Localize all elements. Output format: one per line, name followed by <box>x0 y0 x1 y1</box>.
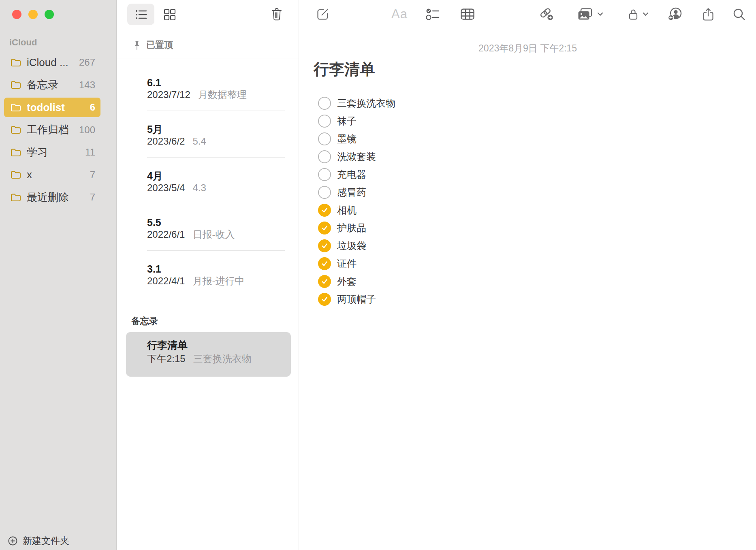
note-title: 行李清单 <box>314 59 375 80</box>
list-view-button[interactable] <box>127 4 154 25</box>
sidebar-folder-item[interactable]: 工作归档 100 <box>4 120 100 140</box>
note-list-item[interactable]: 行李清单 下午2:15三套换洗衣物 <box>126 332 291 377</box>
checkbox-circle[interactable] <box>318 97 331 110</box>
trash-icon <box>271 8 282 21</box>
checkbox-circle[interactable] <box>318 186 331 199</box>
note-item-title: 6.1 <box>147 77 285 89</box>
folder-icon <box>11 171 21 179</box>
note-list-item[interactable]: 4月 2023/5/44.3 <box>117 158 299 204</box>
compose-icon <box>316 8 329 21</box>
folder-label: iCloud ... <box>27 56 75 69</box>
folder-label: todolist <box>27 101 86 114</box>
collaborate-button[interactable] <box>666 4 684 24</box>
check-icon <box>320 259 329 268</box>
folder-count: 267 <box>79 57 95 68</box>
check-icon <box>320 224 329 232</box>
share-icon <box>702 7 714 21</box>
checkbox-circle[interactable] <box>318 168 331 181</box>
delete-note-button[interactable] <box>267 4 286 24</box>
folder-count: 7 <box>90 192 95 203</box>
checklist-item-label: 墨镜 <box>337 132 357 145</box>
note-item-title: 5.5 <box>147 216 285 228</box>
search-button[interactable] <box>730 4 748 24</box>
checklist-item-label: 相机 <box>337 204 357 217</box>
close-button[interactable] <box>12 10 21 19</box>
minimize-button[interactable] <box>28 10 38 19</box>
sidebar-folder-item[interactable]: 学习 11 <box>4 143 100 162</box>
icloud-section-label: iCloud <box>9 37 37 48</box>
checklist-item: 两顶帽子 <box>318 290 395 308</box>
checklist-item: 洗漱套装 <box>318 148 395 166</box>
media-button[interactable] <box>574 4 607 24</box>
share-button[interactable] <box>699 4 717 24</box>
note-item-title: 行李清单 <box>147 340 284 350</box>
folder-icon <box>11 126 21 134</box>
new-folder-button[interactable]: 新建文件夹 <box>8 535 69 547</box>
check-icon <box>320 241 329 250</box>
lock-button[interactable] <box>625 4 652 24</box>
note-item-preview: 4.3 <box>192 182 206 193</box>
checkbox-circle[interactable] <box>318 132 331 145</box>
note-list-item[interactable]: 5.5 2022/6/1日报-收入 <box>117 204 299 251</box>
checkbox-circle[interactable] <box>318 204 331 217</box>
checkbox-circle[interactable] <box>318 150 331 163</box>
folder-icon <box>11 81 21 89</box>
folder-label: x <box>27 168 86 181</box>
gallery-view-button[interactable] <box>160 5 179 23</box>
sidebar-folder-item[interactable]: 备忘录 143 <box>4 75 100 95</box>
folder-label: 学习 <box>27 145 81 160</box>
note-item-preview: 三套换洗衣物 <box>193 353 252 364</box>
note-item-title: 4月 <box>147 170 285 182</box>
note-list-item[interactable]: 3.1 2022/4/1月报-进行中 <box>117 251 299 297</box>
note-item-preview: 日报-收入 <box>192 229 235 240</box>
checklist-item: 证件 <box>318 255 395 273</box>
note-list-item[interactable]: 6.1 2023/7/12月数据整理 <box>117 64 299 111</box>
checkbox-circle[interactable] <box>318 275 331 288</box>
folder-count: 7 <box>90 169 95 181</box>
note-item-preview: 月数据整理 <box>198 89 247 100</box>
checkbox-circle[interactable] <box>318 115 331 128</box>
search-icon <box>733 8 745 21</box>
checkbox-circle[interactable] <box>318 257 331 270</box>
checklist-item: 垃圾袋 <box>318 237 395 255</box>
list-view-icon <box>135 9 147 20</box>
note-list-item[interactable]: 5月 2023/6/25.4 <box>117 111 299 158</box>
checkbox-circle[interactable] <box>318 293 331 306</box>
checklist-button[interactable] <box>424 4 442 24</box>
zoom-button[interactable] <box>45 10 54 19</box>
pin-icon <box>133 40 141 50</box>
checkbox-circle[interactable] <box>318 222 331 234</box>
new-folder-label: 新建文件夹 <box>23 535 69 547</box>
checklist-item-label: 三套换洗衣物 <box>337 97 395 110</box>
plus-circle-icon <box>8 536 17 546</box>
new-note-button[interactable] <box>314 4 332 24</box>
pinned-notes-list: 6.1 2023/7/12月数据整理 5月 2023/6/25.4 4月 202… <box>117 58 299 297</box>
notes-section-label: 备忘录 <box>131 315 158 327</box>
checklist-item-label: 袜子 <box>337 115 357 128</box>
add-link-button[interactable] <box>537 4 556 24</box>
table-button[interactable] <box>459 4 476 24</box>
folder-count: 11 <box>85 147 95 158</box>
folder-count: 143 <box>79 79 95 91</box>
sidebar-folder-item[interactable]: todolist 6 <box>4 98 100 117</box>
checkbox-circle[interactable] <box>318 239 331 252</box>
format-button[interactable]: Aa <box>391 4 408 24</box>
note-editor[interactable]: Aa <box>299 0 756 550</box>
add-people-icon <box>668 7 683 21</box>
checklist-item: 墨镜 <box>318 130 395 148</box>
notes-list-panel: 已置顶 6.1 2023/7/12月数据整理 5月 2023/6/25.4 4月… <box>117 0 299 550</box>
chevron-down-icon <box>597 12 603 16</box>
add-link-icon <box>539 7 554 21</box>
checklist-item-label: 垃圾袋 <box>337 239 366 252</box>
note-timestamp: 2023年8月9日 下午2:15 <box>299 42 756 55</box>
folder-count: 100 <box>79 124 95 136</box>
sidebar-folder-item[interactable]: iCloud ... 267 <box>4 53 100 72</box>
pinned-section-header: 已置顶 <box>133 39 173 51</box>
folder-label: 最近删除 <box>27 190 86 205</box>
format-text-icon: Aa <box>391 7 408 21</box>
note-item-title: 3.1 <box>147 263 285 275</box>
folder-count: 6 <box>90 102 95 113</box>
sidebar-folder-item[interactable]: 最近删除 7 <box>4 188 100 207</box>
sidebar-folder-item[interactable]: x 7 <box>4 165 100 185</box>
folder-label: 备忘录 <box>27 78 75 92</box>
